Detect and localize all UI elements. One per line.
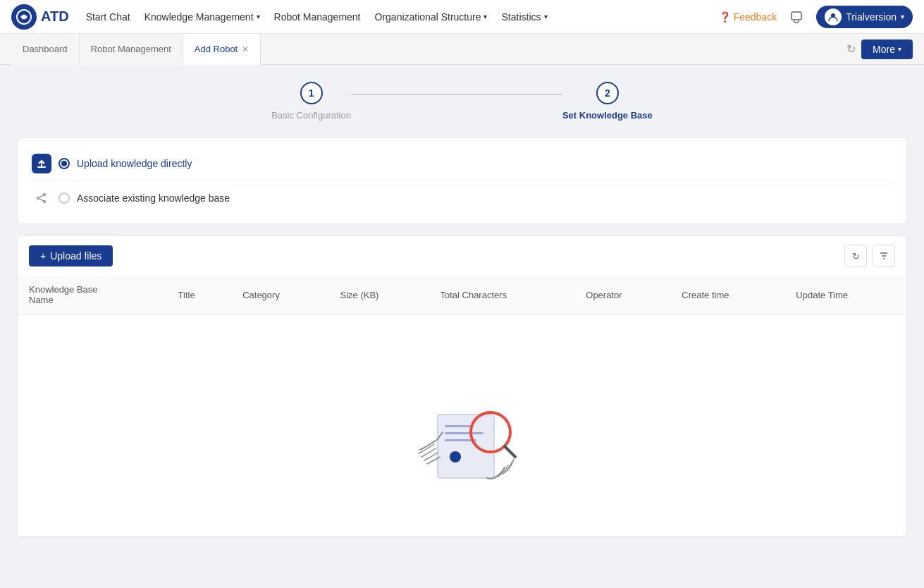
upload-files-label: Upload files — [50, 250, 101, 262]
step-connector — [351, 94, 562, 95]
nav-items: Start Chat Knowledge Management ▾ Robot … — [86, 11, 702, 23]
tab-refresh-icon[interactable]: ↻ — [846, 42, 856, 56]
step-2-circle: 2 — [596, 82, 619, 104]
step-1-circle: 1 — [300, 82, 323, 104]
upload-option-label: Upload knowledge directly — [77, 158, 192, 169]
associate-option-label: Associate existing knowledge base — [77, 192, 230, 204]
svg-rect-13 — [445, 425, 473, 427]
tab-add-robot[interactable]: Add Robot ✕ — [183, 34, 261, 65]
tab-bar: Dashboard Robot Management Add Robot ✕ ↻… — [0, 34, 924, 65]
associate-knowledge-option[interactable]: Associate existing knowledge base — [32, 184, 892, 212]
step-2-number: 2 — [605, 87, 610, 99]
main-content: 1 Basic Configuration 2 Set Knowledge Ba… — [0, 65, 924, 588]
col-category: Category — [231, 276, 328, 314]
table-container: + Upload files ↻ Knowledge BaseName Titl… — [17, 235, 907, 537]
question-icon: ❓ — [719, 11, 731, 23]
tab-dashboard[interactable]: Dashboard — [11, 34, 80, 65]
svg-rect-12 — [438, 415, 494, 478]
step-1-label: Basic Configuration — [271, 110, 351, 121]
step-indicator: 1 Basic Configuration 2 Set Knowledge Ba… — [17, 82, 907, 121]
notifications-button[interactable] — [785, 6, 808, 28]
svg-rect-1 — [791, 12, 801, 20]
svg-rect-14 — [445, 432, 483, 434]
user-chevron-icon: ▾ — [901, 13, 904, 20]
radio-unselected-icon — [58, 192, 70, 204]
nav-right: ❓ Feedback Trialversion ▾ — [719, 6, 913, 28]
col-kb-name: Knowledge BaseName — [18, 276, 167, 314]
top-navigation: ATD Start Chat Knowledge Management ▾ Ro… — [0, 0, 924, 34]
table-toolbar: + Upload files ↻ — [18, 236, 906, 276]
tab-robot-management[interactable]: Robot Management — [80, 34, 183, 65]
radio-dot — [61, 161, 67, 166]
chevron-down-icon: ▾ — [257, 13, 260, 20]
table-body — [18, 314, 906, 537]
nav-knowledge-management[interactable]: Knowledge Management ▾ — [144, 11, 260, 23]
col-create-time: Create time — [670, 276, 784, 314]
upload-knowledge-option[interactable]: Upload knowledge directly — [32, 149, 892, 178]
refresh-icon: ↻ — [852, 251, 860, 262]
svg-point-16 — [450, 451, 461, 463]
col-title: Title — [167, 276, 232, 314]
tab-bar-right: ↻ More ▾ — [846, 39, 913, 59]
share-icon — [32, 188, 51, 208]
filter-button[interactable] — [873, 245, 895, 267]
nav-org-structure[interactable]: Organizational Structure ▾ — [375, 11, 488, 23]
knowledge-source-section: Upload knowledge directly Associate exis… — [17, 137, 907, 224]
step-2: 2 Set Knowledge Base — [562, 82, 653, 121]
chevron-down-icon: ▾ — [483, 13, 487, 20]
user-label: Trialversion — [846, 11, 897, 23]
plus-icon: + — [40, 250, 46, 262]
col-update-time: Update Time — [784, 276, 906, 314]
logo-icon — [11, 4, 37, 30]
knowledge-table: Knowledge BaseName Title Category Size (… — [18, 276, 906, 537]
nav-robot-management[interactable]: Robot Management — [274, 11, 361, 23]
svg-line-7 — [39, 195, 44, 198]
svg-line-18 — [505, 446, 515, 457]
user-avatar-icon — [825, 8, 842, 25]
svg-point-4 — [44, 194, 46, 196]
radio-selected-icon — [58, 158, 70, 169]
tab-robot-management-label: Robot Management — [91, 44, 171, 54]
table-header-row: Knowledge BaseName Title Category Size (… — [18, 276, 906, 314]
tab-close-icon[interactable]: ✕ — [242, 44, 249, 54]
upload-files-button[interactable]: + Upload files — [29, 245, 113, 267]
col-operator: Operator — [574, 276, 670, 314]
svg-rect-3 — [37, 166, 46, 168]
user-menu[interactable]: Trialversion ▾ — [816, 6, 913, 28]
col-total-chars: Total Characters — [429, 276, 574, 314]
empty-state-cell — [18, 314, 906, 537]
option-divider — [32, 180, 892, 181]
empty-state — [29, 323, 895, 527]
tab-add-robot-label: Add Robot — [195, 44, 238, 54]
filter-icon — [879, 251, 889, 261]
svg-point-6 — [44, 201, 46, 203]
step-1-number: 1 — [309, 87, 314, 99]
toolbar-icons: ↻ — [844, 245, 895, 267]
step-2-label: Set Knowledge Base — [562, 110, 653, 121]
chevron-down-icon: ▾ — [544, 13, 548, 20]
step-1: 1 Basic Configuration — [271, 82, 351, 121]
nav-start-chat[interactable]: Start Chat — [86, 11, 130, 23]
logo[interactable]: ATD — [11, 4, 69, 30]
empty-row — [18, 314, 906, 537]
more-chevron-icon: ▾ — [898, 45, 901, 53]
logo-text: ATD — [41, 8, 69, 25]
svg-line-8 — [39, 199, 44, 202]
more-button[interactable]: More ▾ — [861, 39, 913, 59]
refresh-button[interactable]: ↻ — [844, 245, 867, 267]
empty-illustration — [399, 365, 526, 485]
col-size: Size (KB) — [329, 276, 429, 314]
chat-icon — [790, 11, 803, 23]
tab-dashboard-label: Dashboard — [23, 44, 68, 54]
feedback-button[interactable]: ❓ Feedback — [719, 11, 777, 23]
svg-point-5 — [37, 197, 39, 200]
upload-icon — [32, 154, 51, 173]
nav-statistics[interactable]: Statistics ▾ — [501, 11, 547, 23]
